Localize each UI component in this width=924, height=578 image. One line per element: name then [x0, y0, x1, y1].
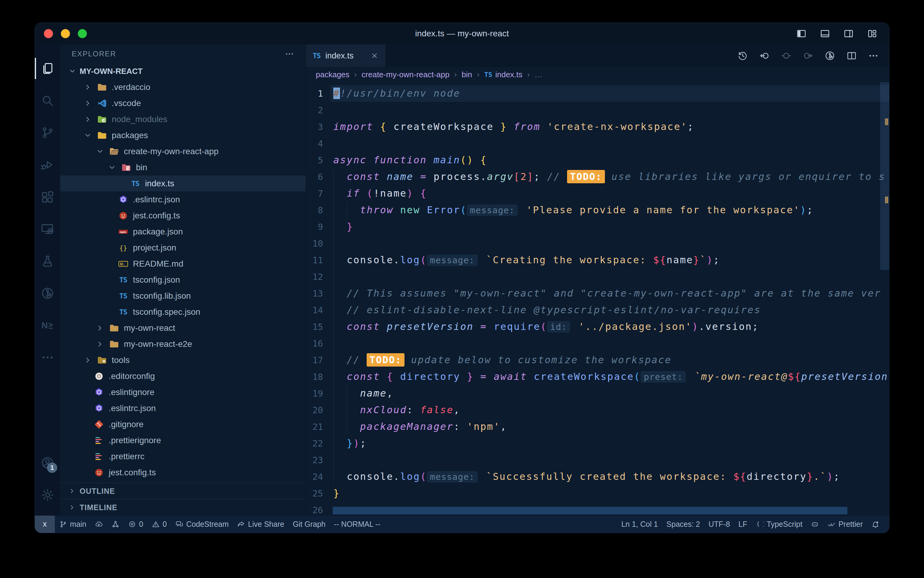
status-codestream[interactable]: CodeStream	[171, 516, 233, 533]
code-line-20[interactable]: 20 nxCloud: false,	[306, 402, 889, 418]
file-history-button[interactable]	[824, 50, 835, 61]
code-line-25[interactable]: 25}	[306, 485, 889, 502]
tree-item-.verdaccio[interactable]: .verdaccio	[60, 79, 306, 95]
code-line-16[interactable]: 16	[306, 335, 889, 352]
breadcrumb-item[interactable]: bin	[462, 70, 472, 80]
code-editor[interactable]: 1#!/usr/bin/env node23import { createWor…	[306, 82, 889, 515]
status-notifications[interactable]	[867, 516, 884, 533]
status-warnings[interactable]: 0	[147, 516, 171, 533]
status-indentation[interactable]: Spaces: 2	[662, 516, 704, 533]
section-timeline[interactable]: TIMELINE	[60, 499, 306, 515]
status-encoding[interactable]: UTF-8	[704, 516, 734, 533]
activity-remote-explorer[interactable]	[35, 213, 60, 245]
tree-item-.prettierrc[interactable]: .prettierrc	[60, 448, 306, 464]
activity-settings[interactable]	[35, 479, 60, 511]
tree-item-tools[interactable]: tools	[60, 352, 306, 368]
code-line-2[interactable]: 2	[306, 102, 889, 119]
status-language-mode[interactable]: { }TypeScript	[751, 516, 806, 533]
change-disabled-button[interactable]	[781, 50, 792, 61]
tab-index-ts[interactable]: TS index.ts	[306, 44, 385, 67]
activity-extensions[interactable]	[35, 181, 60, 213]
code-line-4[interactable]: 4	[306, 135, 889, 152]
close-tab-icon[interactable]	[370, 52, 379, 60]
code-line-1[interactable]: 1#!/usr/bin/env node	[306, 85, 889, 102]
next-change-button[interactable]	[803, 50, 814, 61]
explorer-more-actions-icon[interactable]	[285, 49, 294, 59]
breadcrumb-item[interactable]: TSindex.ts	[484, 70, 522, 80]
breadcrumb-item[interactable]: create-my-own-react-app	[361, 70, 449, 80]
code-line-9[interactable]: 9 }	[306, 218, 889, 235]
activity-nx-console[interactable]: N	[35, 309, 60, 341]
code-line-11[interactable]: 11 console.log(message: `Creating the wo…	[306, 252, 889, 268]
code-line-15[interactable]: 15 const presetVersion = require(id: '..…	[306, 318, 889, 335]
tree-item-README.md[interactable]: M↓README.md	[60, 256, 306, 272]
tree-item-.eslintrc.json[interactable]: .eslintrc.json	[60, 192, 306, 208]
status-prettier[interactable]: Prettier	[823, 516, 867, 533]
code-line-3[interactable]: 3import { createWorkspace } from 'create…	[306, 119, 889, 135]
status-errors[interactable]: 0	[124, 516, 147, 533]
code-line-18[interactable]: 18 const { directory } = await createWor…	[306, 369, 889, 385]
code-line-19[interactable]: 19 name,	[306, 385, 889, 402]
tree-item-tsconfig.json[interactable]: TStsconfig.json	[60, 272, 306, 288]
activity-more-views[interactable]	[35, 341, 60, 373]
activity-explorer[interactable]	[35, 52, 60, 84]
tree-item-packages[interactable]: packages	[60, 127, 306, 143]
tree-item-my-own-react[interactable]: my-own-react	[60, 320, 306, 336]
vertical-scrollbar[interactable]	[880, 82, 889, 515]
code-line-13[interactable]: 13 // This assumes "my-own-react" and "c…	[306, 285, 889, 302]
code-line-23[interactable]: 23	[306, 452, 889, 468]
activity-source-control[interactable]	[35, 117, 60, 149]
tree-item-project.json[interactable]: {}project.json	[60, 240, 306, 256]
workspace-root-item[interactable]: MY-OWN-REACT	[60, 63, 306, 79]
tree-item-.gitignore[interactable]: .gitignore	[60, 416, 306, 432]
code-line-5[interactable]: 5async function main() {	[306, 152, 889, 169]
scrollbar-slider[interactable]	[880, 82, 889, 270]
tree-item-.eslintrc.json[interactable]: .eslintrc.json	[60, 400, 306, 416]
tree-item-jest.config.ts[interactable]: jest.config.ts	[60, 464, 306, 481]
code-line-8[interactable]: 8 throw new Error(message: 'Please provi…	[306, 202, 889, 218]
code-line-14[interactable]: 14 // eslint-disable-next-line @typescri…	[306, 302, 889, 318]
more-actions-button[interactable]	[868, 50, 879, 61]
breadcrumb-item[interactable]: …	[535, 70, 542, 80]
activity-testing[interactable]	[35, 245, 60, 277]
code-line-24[interactable]: 24 console.log(message: `Successfully cr…	[306, 468, 889, 485]
tree-item-jest.config.ts[interactable]: jest.config.ts	[60, 208, 306, 224]
layout-left-icon[interactable]	[796, 28, 807, 39]
code-line-10[interactable]: 10	[306, 235, 889, 252]
tree-item-index.ts[interactable]: TSindex.ts	[60, 175, 306, 192]
layout-right-icon[interactable]	[843, 28, 854, 39]
previous-change-button[interactable]	[759, 50, 770, 61]
status-cursor-position[interactable]: Ln 1, Col 1	[617, 516, 662, 533]
status-focus-view[interactable]	[107, 516, 124, 533]
tree-item-.vscode[interactable]: .vscode	[60, 95, 306, 111]
tree-item-tsconfig.spec.json[interactable]: TStsconfig.spec.json	[60, 304, 306, 320]
code-line-22[interactable]: 22 });	[306, 435, 889, 452]
tree-item-.eslintignore[interactable]: .eslintignore	[60, 384, 306, 400]
status-branch[interactable]: main	[55, 516, 91, 533]
status-eol[interactable]: LF	[734, 516, 751, 533]
remote-indicator[interactable]	[35, 516, 55, 533]
code-line-21[interactable]: 21 packageManager: 'npm',	[306, 418, 889, 435]
layout-grid-icon[interactable]	[867, 28, 878, 39]
activity-search[interactable]	[35, 84, 60, 117]
tree-item-node_modules[interactable]: JSnode_modules	[60, 111, 306, 127]
tree-item-.prettierignore[interactable]: .prettierignore	[60, 432, 306, 448]
status-vim-mode[interactable]: -- NORMAL --	[330, 516, 385, 533]
horizontal-scrollbar[interactable]	[333, 507, 847, 515]
tree-item-package.json[interactable]: npmpackage.json	[60, 224, 306, 240]
code-line-7[interactable]: 7 if (!name) {	[306, 185, 889, 202]
activity-run-debug[interactable]	[35, 149, 60, 181]
status-publish[interactable]	[91, 516, 107, 533]
code-line-12[interactable]: 12	[306, 268, 889, 285]
breadcrumb-item[interactable]: packages	[316, 70, 350, 80]
tree-item-create-my-own-react-app[interactable]: create-my-own-react-app	[60, 143, 306, 159]
tree-item-tsconfig.lib.json[interactable]: TStsconfig.lib.json	[60, 288, 306, 304]
status-live-share[interactable]: Live Share	[233, 516, 288, 533]
split-editor-button[interactable]	[846, 50, 857, 61]
status-git-graph[interactable]: Git Graph	[288, 516, 330, 533]
tree-item-.editorconfig[interactable]: .editorconfig	[60, 368, 306, 384]
layout-bottom-icon[interactable]	[820, 28, 830, 39]
code-line-6[interactable]: 6 const name = process.argv[2]; // TODO:…	[306, 169, 889, 185]
status-copilot[interactable]	[806, 516, 823, 533]
tree-item-my-own-react-e2e[interactable]: my-own-react-e2e	[60, 336, 306, 352]
